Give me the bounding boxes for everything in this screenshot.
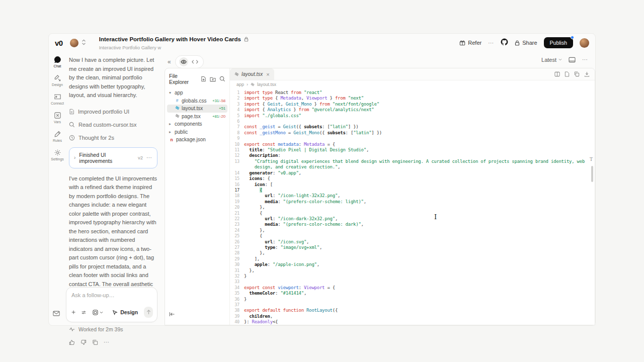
design-pen-icon bbox=[54, 74, 61, 82]
settings-sliders-icon[interactable] bbox=[82, 310, 86, 315]
tree-file-layout-tsx[interactable]: layout.tsx +51 bbox=[167, 105, 227, 113]
model-selector[interactable] bbox=[92, 309, 103, 316]
react-file-icon bbox=[251, 82, 255, 86]
sidebar-item-vars[interactable]: Vars bbox=[49, 112, 66, 124]
project-subtitle: Interactive Portfolio Gallery w bbox=[99, 45, 249, 51]
worked-duration-status: Worked for 2m 39s bbox=[69, 326, 157, 332]
tree-folder-app[interactable]: ▾ app bbox=[167, 89, 227, 97]
copy-icon[interactable] bbox=[574, 71, 580, 77]
code-content[interactable]: 1import type React from "react"2import t… bbox=[230, 88, 595, 325]
editor-tab-strip: layout.tsx × bbox=[230, 68, 595, 80]
tree-file-globals-css[interactable]: # globals.css +31/-58 bbox=[167, 97, 227, 105]
private-lock-icon bbox=[244, 35, 249, 44]
assistant-message: Now I have a complete picture. Let me cr… bbox=[69, 56, 157, 100]
tree-folder-public[interactable]: ▸ public bbox=[167, 128, 227, 136]
chevron-right-icon: ▸ bbox=[169, 130, 173, 134]
copy-icon[interactable] bbox=[92, 339, 98, 345]
preview-toggle-button[interactable] bbox=[179, 57, 188, 66]
sidebar-item-rules[interactable]: Rules bbox=[49, 130, 66, 142]
gift-icon bbox=[459, 40, 465, 46]
feedback-envelope-icon[interactable] bbox=[53, 309, 60, 318]
message-more-button[interactable]: ⋯ bbox=[104, 339, 110, 345]
user-avatar[interactable] bbox=[580, 38, 589, 48]
chat-input-placeholder: Ask a follow-up… bbox=[71, 292, 152, 298]
sidebar-item-settings[interactable]: Settings bbox=[49, 149, 66, 161]
assistant-summary-message: I've completed the UI improvements with … bbox=[69, 174, 157, 307]
v0-app-window: v0 Interactive Portfolio Gallery with Ho… bbox=[48, 33, 596, 326]
code-toggle-button[interactable] bbox=[190, 57, 200, 66]
task-improved-portfolio[interactable]: Improved portfolio UI bbox=[69, 105, 157, 118]
react-file-icon bbox=[175, 106, 180, 111]
chevron-down-icon bbox=[100, 311, 103, 314]
new-folder-icon[interactable] bbox=[210, 76, 216, 82]
design-mode-button[interactable]: Design bbox=[112, 309, 138, 315]
eye-icon bbox=[181, 59, 187, 64]
rules-pencil-icon bbox=[54, 130, 61, 138]
view-toggle bbox=[175, 55, 204, 68]
thumbs-down-icon[interactable] bbox=[80, 339, 87, 345]
tree-file-page-tsx[interactable]: page.tsx +81/-20 bbox=[167, 113, 227, 121]
collapse-chat-button[interactable]: « bbox=[168, 58, 171, 65]
project-avatar[interactable] bbox=[70, 39, 78, 47]
left-rail: Chat Design Connect Vars Rules Settings bbox=[49, 54, 66, 325]
version-selector[interactable]: Latest bbox=[541, 57, 562, 63]
browser-preview-icon[interactable] bbox=[569, 57, 576, 63]
github-icon[interactable] bbox=[501, 38, 508, 48]
chat-panel: Now I have a complete picture. Let me cr… bbox=[66, 54, 165, 325]
task-read-custom-cursor[interactable]: Read custom-cursor.tsx bbox=[69, 118, 157, 131]
sidebar-item-chat[interactable]: Chat bbox=[49, 56, 66, 68]
npm-file-icon: n bbox=[169, 137, 174, 142]
chevron-right-icon: › bbox=[74, 155, 75, 160]
collapse-explorer-icon[interactable] bbox=[169, 310, 175, 319]
tab-layout-tsx[interactable]: layout.tsx × bbox=[230, 68, 274, 80]
split-editor-icon[interactable] bbox=[554, 71, 560, 77]
share-lock-icon bbox=[515, 40, 520, 46]
project-switcher-icon[interactable] bbox=[82, 38, 86, 47]
tree-folder-components[interactable]: ▸ components bbox=[167, 120, 227, 128]
card-more-button[interactable]: ⋯ bbox=[146, 154, 152, 161]
activity-icon bbox=[69, 327, 75, 332]
sidebar-item-connect[interactable]: Connect bbox=[49, 93, 66, 105]
publish-notification-dot bbox=[571, 36, 574, 39]
chevron-down-icon: ▾ bbox=[169, 90, 173, 95]
chevron-down-icon bbox=[558, 58, 562, 61]
finished-improvements-card[interactable]: › Finished UI improvements v2 ⋯ bbox=[69, 147, 157, 168]
close-tab-icon[interactable]: × bbox=[266, 71, 269, 77]
refer-button[interactable]: Refer bbox=[459, 40, 481, 46]
breadcrumb: app › layout.tsx bbox=[230, 80, 595, 88]
react-file-icon bbox=[234, 72, 239, 76]
header-more-button[interactable]: ⋯ bbox=[488, 40, 494, 46]
text-cursor-pointer: I bbox=[434, 213, 437, 221]
app-header: v0 Interactive Portfolio Gallery with Ho… bbox=[49, 34, 595, 52]
breadcrumb-root[interactable]: app bbox=[236, 82, 244, 87]
gear-icon bbox=[54, 149, 61, 156]
sidebar-item-design[interactable]: Design bbox=[49, 74, 66, 86]
publish-button[interactable]: Publish bbox=[544, 37, 573, 48]
tree-file-package-json[interactable]: n package.json bbox=[167, 136, 227, 144]
v0-logo[interactable]: v0 bbox=[55, 39, 63, 47]
project-title[interactable]: Interactive Portfolio Gallery with Hover… bbox=[99, 36, 241, 43]
arrow-up-icon bbox=[146, 310, 151, 315]
share-button[interactable]: Share bbox=[515, 40, 537, 46]
connect-icon bbox=[54, 93, 61, 101]
attach-plus-icon[interactable] bbox=[71, 309, 75, 315]
explorer-search-icon[interactable] bbox=[219, 76, 225, 82]
send-button[interactable] bbox=[144, 307, 153, 318]
chevron-right-icon: ▸ bbox=[169, 122, 173, 126]
thinking-spinner-icon bbox=[69, 135, 75, 141]
css-file-icon: # bbox=[175, 98, 180, 103]
task-thought[interactable]: Thought for 2s bbox=[69, 131, 157, 144]
file-icon bbox=[69, 109, 74, 115]
editor-scrollbar[interactable] bbox=[591, 166, 593, 182]
file-icon[interactable] bbox=[565, 71, 570, 77]
new-file-icon[interactable] bbox=[201, 76, 206, 82]
react-file-icon bbox=[175, 114, 180, 119]
chat-input-box[interactable]: Ask a follow-up… Design bbox=[66, 287, 157, 322]
code-workspace-card: File Explorer ▾ app # globals.css +31/-5… bbox=[165, 68, 595, 325]
thumbs-up-icon[interactable] bbox=[69, 339, 75, 345]
vars-icon bbox=[54, 112, 61, 119]
file-explorer: File Explorer ▾ app # globals.css +31/-5… bbox=[165, 68, 230, 325]
preview-more-button[interactable]: ⋯ bbox=[582, 56, 588, 63]
download-icon[interactable] bbox=[584, 71, 590, 77]
breadcrumb-file[interactable]: layout.tsx bbox=[257, 82, 276, 87]
